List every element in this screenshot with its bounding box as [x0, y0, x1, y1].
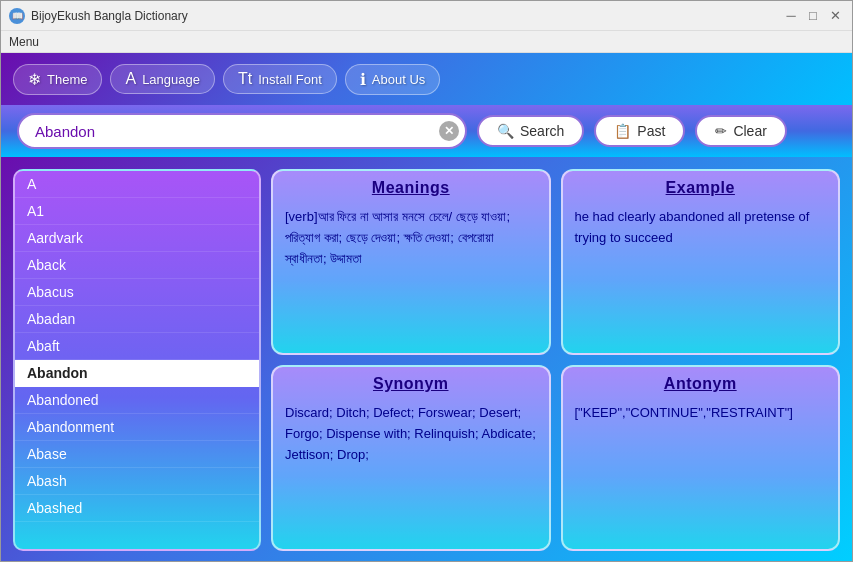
toolbar: ❄ Theme A Language Tt Install Font ℹ Abo… — [1, 53, 852, 105]
close-button[interactable]: ✕ — [826, 7, 844, 25]
synonym-panel: Synonym Discard; Ditch; Defect; Forswear… — [271, 365, 551, 551]
antonym-content: ["KEEP","CONTINUE","RESTRAINT"] — [563, 397, 839, 549]
antonym-title: Antonym — [563, 367, 839, 397]
app-icon-glyph: 📖 — [12, 11, 23, 21]
word-list: AA1AardvarkAbackAbacusAbadanAbaftAbandon… — [13, 169, 261, 551]
top-panel-row: Meanings [verb]আর ফিরে না আসার মনসে চেলে… — [271, 169, 840, 355]
maximize-button[interactable]: □ — [804, 7, 822, 25]
theme-icon: ❄ — [28, 70, 41, 89]
theme-label: Theme — [47, 72, 87, 87]
example-title: Example — [563, 171, 839, 201]
theme-button[interactable]: ❄ Theme — [13, 64, 102, 95]
list-item[interactable]: Abacus — [15, 279, 259, 306]
menu-label[interactable]: Menu — [9, 35, 39, 49]
meanings-panel: Meanings [verb]আর ফিরে না আসার মনসে চেলে… — [271, 169, 551, 355]
app-title: BijoyEkush Bangla Dictionary — [31, 9, 188, 23]
menubar: Menu — [1, 31, 852, 53]
search-label: Search — [520, 123, 564, 139]
language-icon: A — [125, 70, 136, 88]
install-font-icon: Tt — [238, 70, 252, 88]
list-item[interactable]: A — [15, 171, 259, 198]
past-label: Past — [637, 123, 665, 139]
install-font-label: Install Font — [258, 72, 322, 87]
search-input[interactable] — [17, 113, 467, 149]
titlebar: 📖 BijoyEkush Bangla Dictionary ─ □ ✕ — [1, 1, 852, 31]
searchbar: ✕ 🔍 Search 📋 Past ✏ Clear — [1, 105, 852, 157]
clear-icon: ✏ — [715, 123, 727, 139]
synonym-title: Synonym — [273, 367, 549, 397]
bottom-panel-row: Synonym Discard; Ditch; Defect; Forswear… — [271, 365, 840, 551]
meanings-title: Meanings — [273, 171, 549, 201]
word-list-inner[interactable]: AA1AardvarkAbackAbacusAbadanAbaftAbandon… — [15, 171, 259, 549]
antonym-panel: Antonym ["KEEP","CONTINUE","RESTRAINT"] — [561, 365, 841, 551]
titlebar-left: 📖 BijoyEkush Bangla Dictionary — [9, 8, 188, 24]
right-panels: Meanings [verb]আর ফিরে না আসার মনসে চেলে… — [271, 169, 840, 551]
past-button[interactable]: 📋 Past — [594, 115, 685, 147]
language-label: Language — [142, 72, 200, 87]
about-button[interactable]: ℹ About Us — [345, 64, 440, 95]
about-label: About Us — [372, 72, 425, 87]
titlebar-controls[interactable]: ─ □ ✕ — [782, 7, 844, 25]
clear-button[interactable]: ✏ Clear — [695, 115, 786, 147]
meanings-content: [verb]আর ফিরে না আসার মনসে চেলে/ ছেড়ে য… — [273, 201, 549, 353]
main-content: AA1AardvarkAbackAbacusAbadanAbaftAbandon… — [1, 157, 852, 562]
example-content: he had clearly abandoned all pretense of… — [563, 201, 839, 353]
search-icon: 🔍 — [497, 123, 514, 139]
list-item[interactable]: Abandoned — [15, 387, 259, 414]
list-item[interactable]: Aback — [15, 252, 259, 279]
app-icon: 📖 — [9, 8, 25, 24]
search-input-wrap: ✕ — [17, 113, 467, 149]
clear-input-button[interactable]: ✕ — [439, 121, 459, 141]
list-item[interactable]: Abase — [15, 441, 259, 468]
list-item[interactable]: Abashed — [15, 495, 259, 522]
example-panel: Example he had clearly abandoned all pre… — [561, 169, 841, 355]
past-icon: 📋 — [614, 123, 631, 139]
clear-label: Clear — [733, 123, 766, 139]
list-item[interactable]: Abash — [15, 468, 259, 495]
search-button[interactable]: 🔍 Search — [477, 115, 584, 147]
list-item[interactable]: Abaft — [15, 333, 259, 360]
list-item[interactable]: Aardvark — [15, 225, 259, 252]
list-item[interactable]: Abandon — [15, 360, 259, 387]
list-item[interactable]: Abadan — [15, 306, 259, 333]
about-icon: ℹ — [360, 70, 366, 89]
minimize-button[interactable]: ─ — [782, 7, 800, 25]
install-font-button[interactable]: Tt Install Font — [223, 64, 337, 94]
list-item[interactable]: Abandonment — [15, 414, 259, 441]
list-item[interactable]: A1 — [15, 198, 259, 225]
synonym-content[interactable]: Discard; Ditch; Defect; Forswear; Desert… — [273, 397, 549, 549]
language-button[interactable]: A Language — [110, 64, 215, 94]
